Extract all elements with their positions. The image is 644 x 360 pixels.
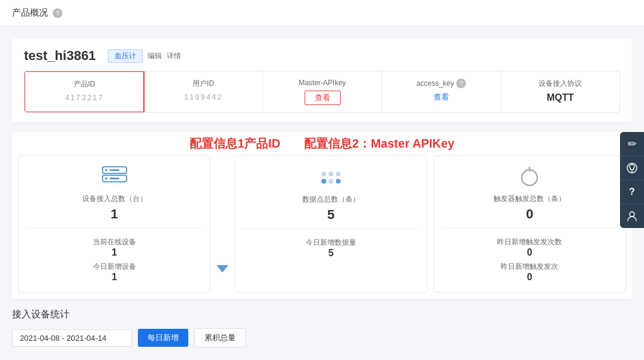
svg-point-9 [631, 171, 633, 172]
triggers-yesterday-label1: 昨日新增触发发次数 [441, 237, 618, 247]
datapoints-label: 数据点总数（条） [302, 194, 360, 205]
meta-user-id: 用户ID 1199442 [144, 71, 263, 112]
server-icon [101, 166, 128, 189]
filter-row: 每日新增 累积总量 [12, 328, 632, 347]
access-key-help-icon[interactable]: ? [456, 79, 466, 88]
stat-card-triggers: 触发器触发总数（条） 0 昨日新增触发发次数 0 昨日新增触发发次 0 [434, 155, 626, 293]
annotation-label-2: 配置信息2：Master APIKey [304, 136, 454, 152]
detail-button[interactable]: 详情 [167, 49, 181, 63]
device-stats-section: 接入设备统计 每日新增 累积总量 1 [12, 308, 632, 360]
tag-blood-pressure[interactable]: 血压计 [108, 49, 143, 63]
dots-icon [319, 166, 343, 190]
datapoints-today-label: 今日新增数据量 [242, 238, 419, 248]
device-total-label: 设备接入总数（台） [82, 194, 147, 204]
main-content: test_hi3861 血压计 编辑 详情 产品ID 4173217 用户ID [0, 26, 644, 360]
float-help-button[interactable]: ? [620, 180, 644, 204]
product-tags: 血压计 编辑 详情 [108, 49, 181, 63]
page-header: 产品概况 ? [0, 0, 644, 26]
master-apikey-view-link[interactable]: 查看 [305, 91, 341, 105]
svg-rect-5 [110, 178, 119, 179]
cumulative-button[interactable]: 累积总量 [194, 328, 246, 347]
device-total-value: 1 [111, 206, 118, 222]
trigger-icon [517, 166, 541, 189]
svg-rect-2 [110, 169, 119, 171]
stat-card-datapoints: 数据点总数（条） 5 今日新增数据量 5 [234, 155, 427, 293]
device-today-value: 1 [26, 272, 203, 283]
annotation-bar: 配置信息1产品ID 配置信息2：Master APIKey [12, 132, 632, 155]
svg-point-4 [105, 178, 107, 180]
device-online-value: 1 [26, 247, 203, 258]
stat-card-devices: 设备接入总数（台） 1 当前在线设备 1 今日新增设备 1 [18, 155, 210, 293]
triggers-label: 触发器触发总数（条） [493, 194, 565, 204]
meta-access-key-label: access_key ? [394, 79, 488, 88]
meta-master-apikey-label: Master-APIkey [275, 79, 369, 87]
float-support-button[interactable] [620, 156, 644, 180]
meta-master-apikey: Master-APIkey 查看 [263, 71, 382, 112]
annotation-label-1: 配置信息1产品ID [189, 136, 280, 152]
meta-protocol: 设备接入协议 MQTT [501, 71, 619, 112]
datapoints-value: 5 [327, 207, 335, 223]
meta-product-id: 产品ID 4173217 [24, 71, 145, 113]
meta-protocol-value: MQTT [513, 92, 607, 103]
meta-product-id-label: 产品ID [37, 79, 131, 89]
svg-point-10 [630, 212, 634, 217]
edit-button[interactable]: 编辑 [148, 49, 162, 63]
header-help-icon[interactable]: ? [53, 8, 62, 18]
svg-point-1 [105, 169, 107, 172]
daily-increase-button[interactable]: 每日新增 [138, 329, 188, 347]
meta-protocol-label: 设备接入协议 [513, 79, 607, 89]
product-name-row: test_hi3861 血压计 编辑 详情 [24, 48, 620, 64]
float-user-button[interactable] [620, 204, 644, 228]
date-range-input[interactable] [12, 329, 132, 347]
float-edit-button[interactable]: ✏ [620, 132, 644, 156]
chart-area: 1 [12, 357, 632, 360]
device-online-label: 当前在线设备 [26, 237, 203, 247]
float-sidebar: ✏ ? [620, 132, 644, 228]
svg-point-6 [522, 170, 537, 185]
triggers-yesterday-value1: 0 [441, 247, 618, 258]
meta-user-id-label: 用户ID [156, 79, 250, 89]
triangle-indicator [216, 155, 228, 293]
product-meta: 产品ID 4173217 用户ID 1199442 Master-APIkey … [24, 71, 620, 113]
page-title: 产品概况 [12, 7, 48, 19]
stats-wrapper: 配置信息1产品ID 配置信息2：Master APIKey [12, 132, 632, 299]
stats-grid: 设备接入总数（台） 1 当前在线设备 1 今日新增设备 1 [12, 155, 632, 299]
meta-access-key: access_key ? 查看 [382, 71, 501, 112]
device-today-label: 今日新增设备 [26, 262, 203, 272]
triggers-value: 0 [526, 206, 533, 222]
triggers-yesterday-label2: 昨日新增触发发次 [441, 262, 618, 272]
access-key-view-link[interactable]: 查看 [434, 92, 449, 101]
meta-user-id-value: 1199442 [156, 92, 250, 101]
triggers-yesterday-value2: 0 [441, 272, 618, 283]
datapoints-today-value: 5 [242, 248, 419, 259]
meta-product-id-value: 4173217 [37, 93, 131, 102]
product-name: test_hi3861 [24, 48, 96, 64]
device-stats-title: 接入设备统计 [12, 308, 632, 321]
product-info-card: test_hi3861 血压计 编辑 详情 产品ID 4173217 用户ID [12, 38, 632, 122]
